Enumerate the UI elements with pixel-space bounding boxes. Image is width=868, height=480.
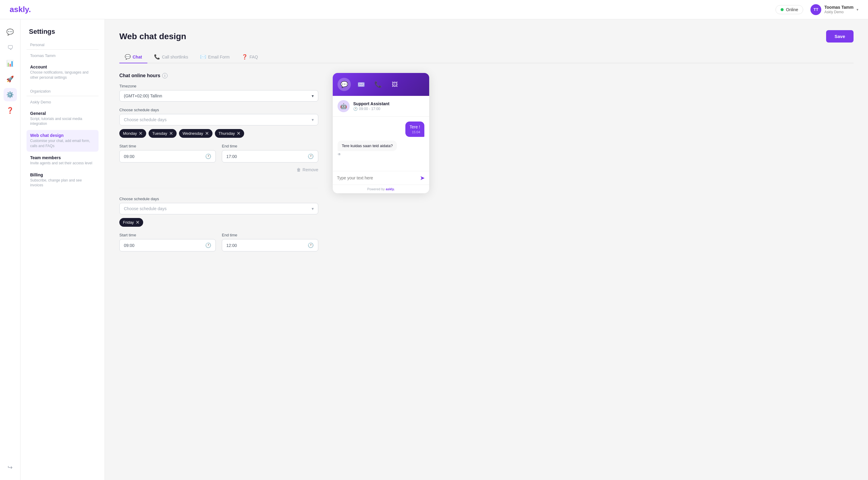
widget-tab-chat[interactable]: 💬: [338, 78, 351, 91]
tag-friday-label: Friday: [123, 220, 134, 224]
timezone-value: (GMT+02:00) Tallinn: [124, 93, 162, 98]
sidebar-icon-chat[interactable]: 💬: [4, 25, 17, 38]
user-text: Toomas Tamm Askly Demo: [824, 4, 854, 15]
email-tab-icon: ✉️: [200, 54, 206, 60]
tag-wednesday-label: Wednesday: [183, 131, 203, 136]
schedule-1-remove-row: 🗑 Remove: [119, 167, 318, 172]
avatar: TT: [810, 4, 821, 15]
nav-item-account-desc: Choose notifications, languages and othe…: [30, 70, 95, 80]
msg-incoming: Tere kuidas saan teid aidata? 👁: [338, 141, 397, 156]
tab-email-form[interactable]: ✉️ Email Form: [195, 51, 235, 63]
tab-chat[interactable]: 💬 Chat: [119, 51, 147, 63]
clock-icon-3: 🕐: [205, 242, 211, 248]
widget-tab-email[interactable]: ✉️: [354, 78, 368, 91]
tag-friday: Friday ✕: [119, 218, 143, 227]
nav-item-web-chat[interactable]: Web chat design Customise your chat, add…: [27, 130, 98, 152]
schedule-2-dropdown[interactable]: Choose schedule days ▾: [119, 203, 318, 214]
tab-call-shortlinks[interactable]: 📞 Call shortlinks: [149, 51, 193, 63]
timezone-chevron-icon: ▾: [312, 93, 314, 98]
schedule-1-end-label: End time: [222, 144, 318, 148]
info-icon[interactable]: i: [162, 73, 167, 79]
main-layout: 💬 🗨 📊 🚀 ⚙️ ❓ ↪ Settings Personal Toomas …: [0, 0, 868, 480]
tag-thursday-remove[interactable]: ✕: [237, 130, 241, 136]
widget-chat: Tere ! 15:04 Tere kuidas saan teid aidat…: [333, 117, 429, 171]
schedule-2-end-input[interactable]: 12:00 🕐: [222, 239, 318, 251]
schedule-1-end-group: End time 17:00 🕐: [222, 144, 318, 162]
nav-item-account-title: Account: [30, 64, 95, 69]
nav-item-general-title: General: [30, 111, 95, 116]
schedule-1-label: Choose schedule days: [119, 108, 318, 112]
tag-wednesday-remove[interactable]: ✕: [205, 130, 209, 136]
icon-sidebar: 💬 🗨 📊 🚀 ⚙️ ❓ ↪: [0, 19, 21, 480]
sidebar-icon-logout[interactable]: ↪: [4, 461, 17, 474]
status-badge[interactable]: Online: [775, 5, 803, 14]
section-heading-hours: Chat online hours i: [119, 73, 318, 79]
sidebar-icon-analytics[interactable]: 📊: [4, 57, 17, 70]
schedule-2-start-value: 09:00: [124, 243, 134, 248]
schedule-1-end-input[interactable]: 17:00 🕐: [222, 150, 318, 162]
nav-item-general[interactable]: General Script, tutorials and social med…: [27, 108, 98, 130]
nav-item-billing-title: Billing: [30, 173, 95, 177]
nav-item-team-desc: Invite agents and set their access level: [30, 161, 95, 166]
schedule-1-end-value: 17:00: [226, 154, 237, 159]
sidebar-icon-help[interactable]: ❓: [4, 104, 17, 117]
schedule-block-2: Choose schedule days Choose schedule day…: [119, 197, 318, 265]
tag-monday-remove[interactable]: ✕: [138, 130, 143, 136]
tag-friday-remove[interactable]: ✕: [135, 219, 140, 225]
nav-item-billing[interactable]: Billing Subscribe, change plan and see i…: [27, 170, 98, 191]
tag-thursday-label: Thursday: [218, 131, 235, 136]
nav-item-account[interactable]: Account Choose notifications, languages …: [27, 61, 98, 83]
tag-thursday: Thursday ✕: [215, 129, 244, 138]
schedule-2-chevron-icon: ▾: [312, 206, 314, 211]
schedule-1-chevron-icon: ▾: [312, 117, 314, 122]
tab-faq[interactable]: ❓ FAQ: [236, 51, 264, 63]
widget-agent-row: 🤖 Support Assistant 🕐 09:00 - 17:00: [333, 96, 429, 117]
schedule-2-start-label: Start time: [119, 233, 216, 237]
msg-outgoing: Tere ! 15:04: [405, 121, 424, 137]
sidebar-icon-rocket[interactable]: 🚀: [4, 72, 17, 86]
user-menu[interactable]: TT Toomas Tamm Askly Demo ▾: [810, 4, 858, 15]
remove-schedule-1-button[interactable]: 🗑 Remove: [297, 167, 318, 172]
schedule-1-placeholder: Choose schedule days: [124, 117, 167, 122]
schedule-1-tags: Monday ✕ Tuesday ✕ Wednesday ✕ Thursda: [119, 129, 318, 138]
schedule-1-dropdown[interactable]: Choose schedule days ▾: [119, 114, 318, 125]
timezone-label: Timezone: [119, 84, 318, 88]
tab-bar: 💬 Chat 📞 Call shortlinks ✉️ Email Form ❓…: [119, 51, 854, 63]
main-content: Web chat design Save 💬 Chat 📞 Call short…: [105, 19, 868, 480]
sidebar-icon-settings[interactable]: ⚙️: [4, 88, 17, 101]
widget-tab-gallery[interactable]: 🖼: [388, 78, 401, 91]
agent-name: Support Assistant: [353, 101, 390, 106]
tab-faq-label: FAQ: [250, 55, 258, 59]
tag-tuesday: Tuesday ✕: [149, 129, 176, 138]
agent-avatar: 🤖: [338, 100, 350, 112]
trash-icon: 🗑: [297, 167, 301, 172]
schedule-2-end-value: 12:00: [226, 243, 237, 248]
widget-tab-phone[interactable]: 📞: [371, 78, 384, 91]
topnav-right: Online TT Toomas Tamm Askly Demo ▾: [775, 4, 858, 15]
nav-item-team[interactable]: Team members Invite agents and set their…: [27, 152, 98, 169]
tag-monday: Monday ✕: [119, 129, 146, 138]
timezone-group: Timezone (GMT+02:00) Tallinn ▾: [119, 84, 318, 101]
call-tab-icon: 📞: [154, 54, 160, 60]
msg-outgoing-time: 15:04: [410, 130, 420, 134]
send-button[interactable]: ➤: [420, 174, 425, 181]
schedule-2-tags: Friday ✕: [119, 218, 318, 227]
msg-seen-icon: 👁: [338, 152, 397, 156]
status-label: Online: [786, 7, 798, 12]
page-title: Web chat design: [119, 32, 186, 41]
schedule-1-start-input[interactable]: 09:00 🕐: [119, 150, 216, 162]
schedule-2-start-input[interactable]: 09:00 🕐: [119, 239, 216, 251]
save-button[interactable]: Save: [826, 30, 854, 42]
schedule-2-start-group: Start time 09:00 🕐: [119, 233, 216, 251]
timezone-select[interactable]: (GMT+02:00) Tallinn ▾: [119, 90, 318, 101]
clock-icon-2: 🕐: [308, 153, 314, 159]
sidebar-icon-messages[interactable]: 🗨: [4, 41, 17, 54]
tab-email-label: Email Form: [208, 55, 230, 59]
widget-input-row: ➤: [333, 171, 429, 184]
page-header: Web chat design Save: [119, 30, 854, 42]
tag-tuesday-remove[interactable]: ✕: [169, 130, 173, 136]
top-navigation: askly. Online TT Toomas Tamm Askly Demo …: [0, 0, 868, 19]
tab-call-label: Call shortlinks: [162, 55, 188, 59]
nav-item-team-title: Team members: [30, 155, 95, 160]
widget-text-input[interactable]: [337, 176, 417, 180]
